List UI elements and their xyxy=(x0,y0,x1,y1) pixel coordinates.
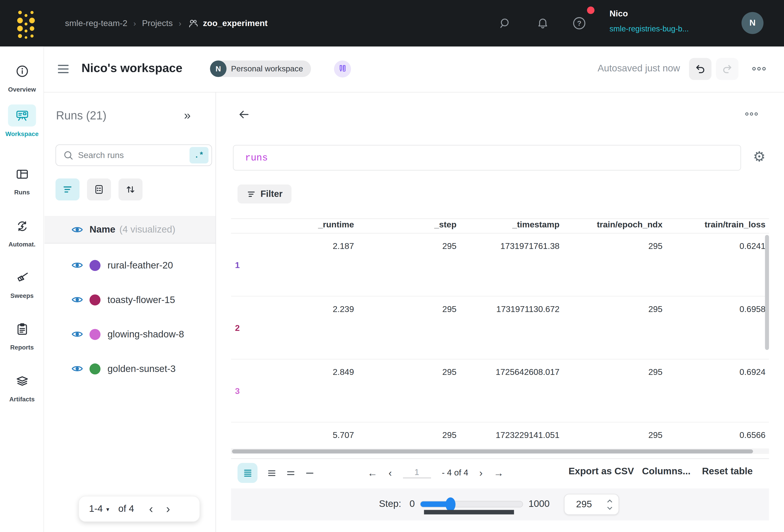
search-icon[interactable] xyxy=(499,17,512,30)
automations-icon xyxy=(15,219,29,233)
row-height-xl-button[interactable] xyxy=(237,463,257,483)
row-height-lg-button[interactable] xyxy=(261,463,282,483)
breadcrumb-projects[interactable]: Projects xyxy=(142,18,173,28)
table-row[interactable]: 2.849 295 1725642608.017 295 0.6924 3 xyxy=(231,359,769,422)
column-header[interactable]: train/train_loss xyxy=(663,220,765,230)
user-name[interactable]: Nico xyxy=(610,9,628,19)
table-filter-button[interactable]: Filter xyxy=(237,185,292,204)
run-name[interactable]: glowing-shadow-8 xyxy=(108,329,184,340)
step-value-stepper[interactable]: 295 xyxy=(564,494,619,515)
step-min-label: 0 xyxy=(410,498,415,509)
runs-filter-button[interactable] xyxy=(55,178,80,200)
eye-icon[interactable] xyxy=(71,223,84,236)
collapse-panel-icon[interactable]: » xyxy=(184,108,191,122)
column-header[interactable]: _timestamp xyxy=(456,220,559,230)
cell-step: 295 xyxy=(354,367,457,377)
regex-toggle-button[interactable]: .* xyxy=(190,147,208,163)
vertical-scrollbar[interactable] xyxy=(765,235,769,350)
panel-query-input[interactable]: runs xyxy=(233,145,741,171)
run-list-item[interactable]: golden-sunset-3 xyxy=(45,352,216,386)
page-range-label: - 4 of 4 xyxy=(442,468,468,478)
runs-name-header-row[interactable]: Name (4 visualized) xyxy=(45,216,216,243)
wandb-logo-icon[interactable] xyxy=(17,8,35,39)
sidebar-item-sweeps[interactable]: Sweeps xyxy=(0,267,44,300)
step-slider-handle[interactable] xyxy=(446,497,456,511)
name-column-label: Name xyxy=(90,224,115,235)
reset-table-button[interactable]: Reset table xyxy=(702,466,753,477)
row-height-md-button[interactable] xyxy=(280,463,300,483)
column-header[interactable]: _runtime xyxy=(231,220,354,230)
runs-page-total: of 4 xyxy=(118,503,134,514)
runs-sort-button[interactable] xyxy=(118,178,143,200)
run-color-dot xyxy=(90,329,101,340)
column-header[interactable]: train/epoch_ndx xyxy=(559,220,663,230)
caret-down-icon[interactable]: ▾ xyxy=(106,506,109,513)
breadcrumb-team[interactable]: smle-reg-team-2 xyxy=(65,18,128,28)
back-arrow-icon[interactable] xyxy=(237,108,251,120)
run-name[interactable]: toasty-flower-15 xyxy=(108,294,175,305)
eye-icon[interactable] xyxy=(71,328,84,340)
runs-page-range-dropdown[interactable]: 1-4 xyxy=(89,503,103,514)
sidebar-item-overview[interactable]: Overview xyxy=(0,60,44,93)
table-row[interactable]: 5.707 295 1723229141.051 295 0.6566 4 xyxy=(231,422,769,448)
stepper-up-icon[interactable] xyxy=(607,499,612,503)
avatar[interactable]: N xyxy=(741,12,763,34)
panel-settings-gear-icon[interactable]: ⚙ xyxy=(753,150,765,164)
columns-button[interactable]: Columns... xyxy=(642,466,691,477)
runs-next-page-icon[interactable]: › xyxy=(166,502,170,516)
table-header-row: _runtime _step _timestamp train/epoch_nd… xyxy=(231,220,765,230)
export-csv-button[interactable]: Export as CSV xyxy=(568,466,634,477)
run-list-item[interactable]: rural-feather-20 xyxy=(45,248,216,283)
row-height-sm-button[interactable] xyxy=(300,463,319,483)
toolbar-divider xyxy=(231,458,769,459)
workspace-badge[interactable]: Personal workspace N xyxy=(210,60,311,77)
redo-button[interactable] xyxy=(716,58,738,80)
table-row[interactable]: 2.239 295 1731971130.672 295 0.6958 2 xyxy=(231,297,769,360)
sidebar-item-automations[interactable]: Automat. xyxy=(0,215,44,248)
prev-page-icon[interactable]: ‹ xyxy=(388,467,392,479)
workspace-title: Nico's workspace xyxy=(82,61,182,75)
runs-display-options-button[interactable] xyxy=(87,178,111,200)
app-window: smle-reg-team-2 › Projects › zoo_experim… xyxy=(0,0,784,532)
runs-search-input[interactable] xyxy=(78,150,190,160)
row-index[interactable]: 2 xyxy=(235,324,240,334)
eye-icon[interactable] xyxy=(71,293,84,306)
row-index[interactable]: 1 xyxy=(235,260,240,271)
step-value[interactable]: 295 xyxy=(564,499,604,510)
column-header[interactable]: _step xyxy=(354,220,457,230)
runs-prev-page-icon[interactable]: ‹ xyxy=(149,502,153,516)
list-details-icon xyxy=(93,184,104,195)
step-slider[interactable] xyxy=(420,501,523,507)
customize-workspace-button[interactable] xyxy=(334,60,351,78)
sidebar-item-workspace[interactable]: Workspace xyxy=(0,104,44,137)
page-number-input[interactable] xyxy=(403,467,431,478)
notifications-bell-icon[interactable] xyxy=(537,17,549,29)
run-list-item[interactable]: toasty-flower-15 xyxy=(45,282,216,317)
cell-loss: 0.6958 xyxy=(663,304,765,314)
panel-more-options-icon[interactable] xyxy=(745,111,758,117)
breadcrumb-project[interactable]: zoo_experiment xyxy=(203,18,268,28)
last-page-icon[interactable]: → xyxy=(494,467,504,479)
horizontal-scrollbar-track[interactable] xyxy=(231,448,769,454)
sidebar-item-runs[interactable]: Runs xyxy=(0,163,44,196)
stepper-down-icon[interactable] xyxy=(607,506,612,510)
eye-icon[interactable] xyxy=(71,363,84,375)
breadcrumb-separator: › xyxy=(133,19,136,28)
panel-menu-icon[interactable] xyxy=(57,64,69,74)
undo-button[interactable] xyxy=(689,58,711,80)
eye-icon[interactable] xyxy=(71,259,84,272)
header-more-options-icon[interactable] xyxy=(752,65,766,72)
run-name[interactable]: golden-sunset-3 xyxy=(108,363,175,374)
table-row[interactable]: 2.187 295 1731971761.38 295 0.6241 1 xyxy=(231,233,769,297)
run-name[interactable]: rural-feather-20 xyxy=(108,260,173,271)
sidebar-item-artifacts[interactable]: Artifacts xyxy=(0,370,44,403)
first-page-icon[interactable]: ← xyxy=(367,467,377,479)
cell-loss: 0.6566 xyxy=(663,430,765,441)
run-list-item[interactable]: glowing-shadow-8 xyxy=(45,317,216,352)
next-page-icon[interactable]: › xyxy=(479,467,483,479)
help-icon[interactable]: ? xyxy=(572,17,586,30)
row-index[interactable]: 3 xyxy=(235,387,240,397)
sidebar-item-reports[interactable]: Reports xyxy=(0,318,44,351)
horizontal-scrollbar-thumb[interactable] xyxy=(232,449,753,453)
user-team-link[interactable]: smle-registries-bug-b... xyxy=(610,25,689,33)
